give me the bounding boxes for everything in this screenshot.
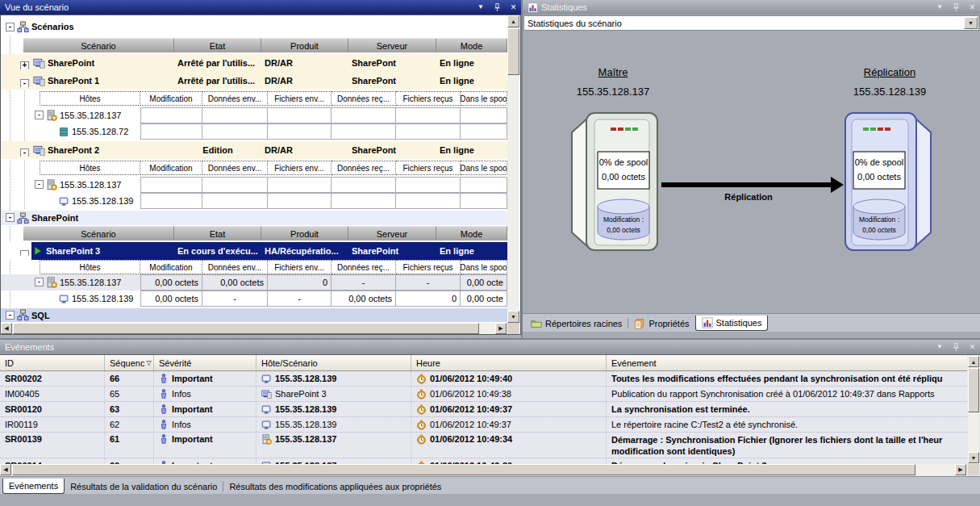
window-menu-icon[interactable]: ▼ bbox=[936, 4, 943, 10]
collapse-box[interactable]: - bbox=[20, 250, 29, 256]
tab-proprietes[interactable]: Propriétés bbox=[628, 316, 694, 331]
host-col-fichiers-rec[interactable]: Fichiers reçus bbox=[396, 260, 461, 274]
host-col-spool[interactable]: Dans le spoo bbox=[461, 91, 507, 106]
collapse-box[interactable]: - bbox=[6, 311, 15, 320]
scroll-left-button[interactable]: ◀ bbox=[0, 464, 11, 475]
scroll-right-button[interactable]: ▶ bbox=[495, 323, 507, 334]
host-row-replica[interactable]: 155.35.128.72 bbox=[1, 123, 507, 140]
event-row[interactable]: IR00119 62 Infos 155.35.128.139 01/06/20… bbox=[0, 417, 967, 433]
host-row-replica[interactable]: 155.35.128.139 bbox=[1, 193, 507, 209]
event-row[interactable]: IM00405 65 Infos SharePoint 3 01/06/2012… bbox=[0, 387, 967, 402]
host-col-fichiers-env[interactable]: Fichiers env... bbox=[268, 260, 332, 274]
statistics-selector[interactable]: Statistiques du scénario ▼ bbox=[523, 15, 979, 31]
host-row-master[interactable]: - 155.35.128.137 bbox=[1, 107, 507, 123]
column-header-serveur[interactable]: Serveur bbox=[348, 226, 436, 240]
chevron-down-icon[interactable]: ▼ bbox=[964, 17, 978, 29]
host-col-fichiers-rec[interactable]: Fichiers reçus bbox=[396, 91, 461, 106]
expand-box[interactable]: + bbox=[20, 61, 29, 69]
pin-icon[interactable] bbox=[951, 342, 961, 353]
collapse-box[interactable]: - bbox=[35, 278, 44, 286]
close-icon[interactable]: × bbox=[970, 2, 975, 12]
column-header-severite[interactable]: Sévérité bbox=[154, 355, 256, 370]
column-header-etat[interactable]: Etat bbox=[174, 38, 261, 52]
scroll-left-button[interactable]: ◀ bbox=[1, 323, 12, 334]
host-col-modification[interactable]: Modification bbox=[140, 260, 202, 274]
host-col-donnees-env[interactable]: Données env... bbox=[202, 161, 268, 175]
host-col-modification[interactable]: Modification bbox=[140, 91, 202, 106]
vertical-scroll-thumb[interactable] bbox=[968, 368, 979, 412]
scenario-view-titlebar[interactable]: Vue du scénario ▼ × bbox=[0, 0, 521, 15]
scenario-row-sharepoint3-selected[interactable]: - SharePoint 3 En cours d'exécu... HA/Ré… bbox=[1, 242, 507, 260]
tab-evenements[interactable]: Evénements bbox=[2, 479, 65, 494]
column-header-mode[interactable]: Mode bbox=[436, 38, 507, 52]
master-server-graphic[interactable]: 0% de spool 0,00 octets Modification : 0… bbox=[567, 111, 659, 252]
collapse-box[interactable]: - bbox=[6, 213, 15, 222]
event-row[interactable]: SR00120 63 Important 155.35.128.139 01/0… bbox=[0, 402, 967, 417]
host-col-donnees-rec[interactable]: Données reç... bbox=[332, 260, 396, 274]
event-row[interactable]: SR00139 61 Important 155.35.128.137 01/0… bbox=[0, 433, 967, 458]
scroll-right-button[interactable]: ▶ bbox=[955, 464, 966, 475]
scroll-down-button[interactable]: ▼ bbox=[968, 452, 979, 463]
replica-server-graphic[interactable]: 0% de spool 0,00 octets Modification : 0… bbox=[844, 111, 936, 252]
host-col-hotes[interactable]: Hôtes bbox=[40, 91, 140, 106]
scroll-up-button[interactable]: ▲ bbox=[968, 356, 979, 367]
column-header-sequence[interactable]: Séquenc ▽ bbox=[105, 355, 154, 370]
column-header-heure[interactable]: Heure bbox=[411, 355, 607, 370]
host-col-modification[interactable]: Modification bbox=[140, 161, 202, 175]
tree-group-scenarios[interactable]: - Scénarios bbox=[1, 19, 507, 35]
scenario-row-sharepoint[interactable]: + SharePoint Arrêté par l'utilis... DR/A… bbox=[1, 54, 507, 72]
column-header-serveur[interactable]: Serveur bbox=[348, 38, 436, 52]
tab-resultats-validation[interactable]: Résultats de la validation du scénario bbox=[65, 479, 223, 494]
collapse-box[interactable]: - bbox=[35, 111, 44, 119]
tab-resultats-modifications[interactable]: Résultats des modifications appliquées a… bbox=[223, 479, 447, 494]
host-col-donnees-rec[interactable]: Données reç... bbox=[332, 161, 396, 175]
vertical-scroll-thumb[interactable] bbox=[507, 28, 519, 75]
host-col-fichiers-env[interactable]: Fichiers env... bbox=[268, 161, 332, 175]
window-menu-icon[interactable]: ▼ bbox=[936, 344, 943, 350]
host-col-fichiers-env[interactable]: Fichiers env... bbox=[268, 91, 332, 106]
host-col-spool[interactable]: Dans le spoo bbox=[461, 161, 507, 175]
tab-repertoires-racines[interactable]: Répertoires racines bbox=[525, 316, 628, 331]
collapse-box[interactable]: - bbox=[20, 148, 29, 157]
collapse-box[interactable]: - bbox=[35, 180, 44, 189]
horizontal-scroll-thumb[interactable] bbox=[13, 323, 479, 334]
host-row-replica-stats[interactable]: 155.35.128.139 0,00 octets - - 0,00 octe… bbox=[1, 291, 507, 307]
close-icon[interactable]: × bbox=[511, 2, 516, 12]
host-col-donnees-rec[interactable]: Données reç... bbox=[332, 91, 396, 106]
column-header-mode[interactable]: Mode bbox=[436, 226, 507, 240]
event-row[interactable]: SR00202 66 Important 155.35.128.139 01/0… bbox=[0, 371, 967, 387]
collapse-box[interactable]: - bbox=[20, 79, 29, 87]
pin-icon[interactable] bbox=[492, 2, 503, 13]
host-col-fichiers-rec[interactable]: Fichiers reçus bbox=[396, 161, 461, 175]
column-header-hote-scenario[interactable]: Hôte/Scénario bbox=[256, 355, 411, 370]
column-header-evenement[interactable]: Evénement bbox=[607, 355, 967, 370]
collapse-box[interactable]: - bbox=[6, 23, 15, 31]
host-col-donnees-env[interactable]: Données env... bbox=[202, 91, 268, 106]
master-role-label[interactable]: Maître bbox=[557, 66, 669, 78]
events-titlebar[interactable]: Evénements ▼ × bbox=[0, 340, 980, 354]
tree-group-sharepoint[interactable]: - SharePoint bbox=[1, 211, 507, 225]
scenario-row-sharepont2[interactable]: - SharePont 2 Edition DR/AR SharePont En… bbox=[1, 141, 507, 159]
column-header-scenario[interactable]: Scénario bbox=[23, 38, 174, 52]
host-col-donnees-env[interactable]: Données env... bbox=[202, 260, 268, 274]
scroll-up-button[interactable]: ▲ bbox=[507, 15, 519, 27]
statistics-titlebar[interactable]: Statistiques ▼ × bbox=[523, 0, 980, 15]
scroll-down-button[interactable]: ▼ bbox=[507, 311, 519, 323]
column-header-etat[interactable]: Etat bbox=[174, 226, 261, 240]
column-header-produit[interactable]: Produit bbox=[261, 226, 348, 240]
host-row-master-stats[interactable]: - 155.35.128.137 0,00 octets 0,00 octets… bbox=[1, 274, 507, 291]
window-menu-icon[interactable]: ▼ bbox=[477, 4, 484, 10]
column-header-id[interactable]: ID bbox=[0, 355, 105, 370]
host-col-hotes[interactable]: Hôtes bbox=[40, 161, 140, 175]
host-col-spool[interactable]: Dans le spoo bbox=[461, 260, 507, 274]
host-col-hotes[interactable]: Hôtes bbox=[40, 260, 140, 274]
close-icon[interactable]: × bbox=[970, 342, 975, 352]
replica-role-label[interactable]: Réplication bbox=[833, 66, 946, 78]
tab-statistiques[interactable]: Statistiques bbox=[695, 316, 769, 331]
horizontal-scroll-thumb[interactable] bbox=[12, 464, 915, 475]
host-row-master[interactable]: - 155.35.128.137 bbox=[1, 177, 507, 193]
scenario-row-sharepont1[interactable]: - SharePont 1 Arrêté par l'utilis... DR/… bbox=[1, 72, 507, 90]
column-header-produit[interactable]: Produit bbox=[261, 38, 348, 52]
pin-icon[interactable] bbox=[951, 2, 961, 13]
column-header-scenario[interactable]: Scénario bbox=[23, 226, 174, 240]
